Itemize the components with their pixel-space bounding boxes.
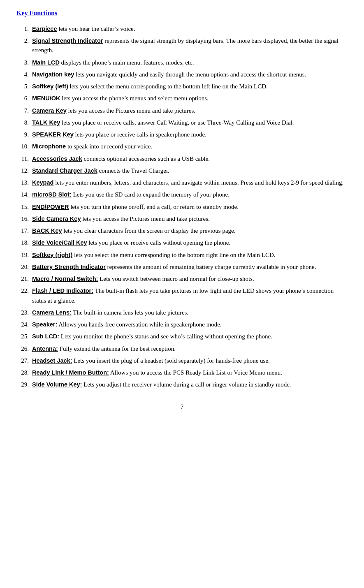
- key-term: Speaker:: [32, 321, 57, 328]
- key-term: Microphone: [32, 143, 66, 150]
- item-content: END/POWER lets you turn the phone on/off…: [32, 202, 239, 212]
- page-number: 7: [16, 402, 348, 412]
- list-item: 2.Signal Strength Indicator represents t…: [16, 36, 348, 56]
- item-number: 6.: [16, 94, 32, 103]
- key-term: MENU/OK: [32, 95, 60, 102]
- item-number: 1.: [16, 24, 32, 34]
- item-number: 22.: [16, 286, 32, 296]
- item-desc: lets you place or receive calls, answer …: [60, 119, 294, 126]
- item-desc: lets you access the Pictures menu and ta…: [81, 215, 209, 222]
- item-content: Flash / LED Indicator: The built-in flas…: [32, 286, 348, 306]
- key-term: Headset Jack:: [32, 357, 72, 364]
- item-desc: Fully extend the antenna for the best re…: [58, 345, 176, 352]
- item-desc: Allows you hands-free conversation while…: [57, 321, 221, 328]
- item-content: BACK Key lets you clear characters from …: [32, 226, 235, 236]
- list-item: 16.Side Camera Key lets you access the P…: [16, 214, 348, 224]
- item-content: Headset Jack: Lets you insert the plug o…: [32, 356, 270, 366]
- item-content: MENU/OK lets you access the phone’s menu…: [32, 94, 209, 103]
- list-item: 15.END/POWER lets you turn the phone on/…: [16, 202, 348, 212]
- list-item: 3.Main LCD displays the phone’s main men…: [16, 58, 348, 67]
- item-number: 3.: [16, 58, 32, 67]
- item-desc: Lets you monitor the phone’s status and …: [59, 333, 272, 340]
- item-number: 9.: [16, 130, 32, 139]
- item-content: Speaker: Allows you hands-free conversat…: [32, 320, 222, 329]
- key-term: Side Camera Key: [32, 215, 81, 222]
- item-number: 18.: [16, 238, 32, 248]
- list-item: 24.Speaker: Allows you hands-free conver…: [16, 320, 348, 329]
- item-desc: Lets you use the SD card to expand the m…: [72, 191, 230, 198]
- item-desc: The built-in camera lens lets you take p…: [72, 309, 188, 316]
- key-term: Camera Key: [32, 107, 67, 114]
- list-item: 25.Sub LCD: Lets you monitor the phone’s…: [16, 332, 348, 341]
- item-desc: lets you place or receive calls without …: [87, 239, 231, 246]
- key-term: Side Volume Key:: [32, 381, 82, 388]
- item-content: Side Camera Key lets you access the Pict…: [32, 214, 210, 224]
- list-item: 8.TALK Key lets you place or receive cal…: [16, 118, 348, 127]
- item-number: 7.: [16, 106, 32, 116]
- item-desc: displays the phone’s main menu, features…: [60, 59, 194, 66]
- key-term: Accessories Jack: [32, 155, 82, 162]
- item-desc: represents the amount of remaining batte…: [106, 264, 316, 270]
- item-desc: lets you access the phone’s menus and se…: [60, 95, 208, 102]
- item-content: SPEAKER Key lets you place or receive ca…: [32, 130, 206, 139]
- item-number: 10.: [16, 142, 32, 151]
- key-term: microSD Slot:: [32, 191, 72, 198]
- key-term: Antenna:: [32, 345, 58, 352]
- key-term: Side Voice/Call Key: [32, 239, 87, 246]
- item-content: Keypad lets you enter numbers, letters, …: [32, 178, 343, 188]
- item-desc: lets you turn the phone on/off, end a ca…: [69, 204, 239, 210]
- item-number: 2.: [16, 36, 32, 46]
- item-number: 21.: [16, 274, 32, 284]
- key-term: SPEAKER Key: [32, 131, 74, 138]
- key-term: Standard Charger Jack: [32, 167, 97, 174]
- item-content: Sub LCD: Lets you monitor the phone’s st…: [32, 332, 272, 341]
- item-number: 17.: [16, 226, 32, 236]
- list-item: 12.Standard Charger Jack connects the Tr…: [16, 166, 348, 176]
- item-number: 23.: [16, 308, 32, 317]
- key-term: Flash / LED Indicator:: [32, 287, 93, 294]
- list-item: 13.Keypad lets you enter numbers, letter…: [16, 178, 348, 188]
- key-term: BACK Key: [32, 227, 62, 234]
- list-item: 26.Antenna: Fully extend the antenna for…: [16, 344, 348, 354]
- list-item: 1.Earpiece lets you hear the caller’s vo…: [16, 24, 348, 34]
- list-item: 20.Battery Strength Indicator represents…: [16, 262, 348, 272]
- item-number: 26.: [16, 344, 32, 354]
- item-content: Main LCD displays the phone’s main menu,…: [32, 58, 194, 67]
- item-number: 29.: [16, 380, 32, 389]
- key-term: END/POWER: [32, 204, 69, 210]
- item-number: 11.: [16, 154, 32, 164]
- item-number: 28.: [16, 368, 32, 377]
- list-item: 5.Softkey (left) lets you select the men…: [16, 82, 348, 91]
- list-item: 22.Flash / LED Indicator: The built-in f…: [16, 286, 348, 306]
- item-desc: lets you enter numbers, letters, and cha…: [53, 179, 343, 186]
- item-desc: connects the Travel Charger.: [97, 167, 169, 174]
- item-content: Side Voice/Call Key lets you place or re…: [32, 238, 230, 248]
- item-desc: Lets you insert the plug of a headset (s…: [72, 357, 270, 364]
- list-item: 10.Microphone to speak into or record yo…: [16, 142, 348, 151]
- item-content: Camera Key lets you access the Pictures …: [32, 106, 195, 116]
- list-item: 4.Navigation key lets you navigate quick…: [16, 70, 348, 79]
- item-number: 15.: [16, 202, 32, 212]
- list-item: 18.Side Voice/Call Key lets you place or…: [16, 238, 348, 248]
- item-content: Antenna: Fully extend the antenna for th…: [32, 344, 176, 354]
- item-desc: lets you place or receive calls in speak…: [74, 131, 206, 138]
- item-content: Microphone to speak into or record your …: [32, 142, 152, 151]
- item-number: 24.: [16, 320, 32, 329]
- item-content: Side Volume Key: Lets you adjust the rec…: [32, 380, 291, 389]
- item-desc: lets you hear the caller’s voice.: [57, 25, 135, 32]
- list-item: 21.Macro / Normal Switch: Lets you switc…: [16, 274, 348, 284]
- key-term: Battery Strength Indicator: [32, 264, 106, 270]
- list-item: 9.SPEAKER Key lets you place or receive …: [16, 130, 348, 139]
- item-number: 12.: [16, 166, 32, 176]
- item-content: Accessories Jack connects optional acces…: [32, 154, 210, 164]
- item-number: 8.: [16, 118, 32, 127]
- item-number: 16.: [16, 214, 32, 224]
- item-content: Softkey (left) lets you select the menu …: [32, 82, 268, 91]
- key-term: Ready Link / Memo Button:: [32, 369, 109, 376]
- list-item: 29.Side Volume Key: Lets you adjust the …: [16, 380, 348, 389]
- key-term: Signal Strength Indicator: [32, 37, 103, 44]
- item-content: Signal Strength Indicator represents the…: [32, 36, 348, 56]
- item-number: 27.: [16, 356, 32, 366]
- key-term: Keypad: [32, 179, 53, 186]
- key-term: Navigation key: [32, 71, 74, 78]
